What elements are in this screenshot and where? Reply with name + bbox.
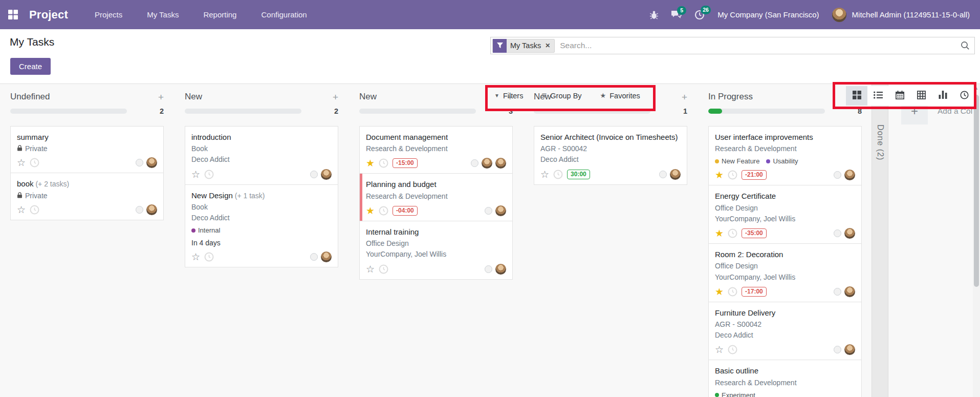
- kanban-card[interactable]: Internal trainingOffice DesignYourCompan…: [359, 221, 513, 280]
- kanban-card[interactable]: Planning and budgetResearch & Developmen…: [359, 173, 513, 221]
- favorite-star-icon[interactable]: ★: [715, 228, 724, 238]
- kanban-card[interactable]: Furniture DeliveryAGR - S00042Deco Addic…: [708, 302, 862, 361]
- activity-clock-icon[interactable]: [728, 228, 737, 238]
- filters-button[interactable]: ▼Filters: [494, 92, 523, 100]
- kanban-state-circle[interactable]: [659, 171, 667, 178]
- assignee-avatar[interactable]: [495, 205, 506, 216]
- kanban-state-circle[interactable]: [834, 346, 841, 353]
- hours-badge[interactable]: -17:00: [742, 287, 767, 297]
- favorite-star-icon[interactable]: ☆: [191, 252, 200, 262]
- kanban-card[interactable]: Room 2: DecorationOffice DesignYourCompa…: [708, 243, 862, 302]
- hours-badge[interactable]: -15:00: [393, 158, 418, 168]
- assignee-avatar[interactable]: [844, 170, 855, 180]
- kanban-state-circle[interactable]: [834, 171, 841, 179]
- kanban-state-circle[interactable]: [485, 265, 492, 273]
- activity-clock-icon[interactable]: [204, 170, 214, 179]
- assignee-avatar[interactable]: [321, 169, 332, 180]
- add-card-button[interactable]: +: [333, 92, 338, 102]
- favorite-star-icon[interactable]: ☆: [715, 345, 724, 354]
- favorite-star-icon[interactable]: ☆: [540, 170, 549, 179]
- assignee-avatar[interactable]: [495, 158, 506, 169]
- nav-menu-item-projects[interactable]: Projects: [95, 10, 122, 19]
- company-switcher[interactable]: My Company (San Francisco): [717, 10, 819, 19]
- kanban-state-circle[interactable]: [136, 159, 143, 166]
- activity-clock-icon[interactable]: [728, 287, 737, 297]
- nav-menu-item-reporting[interactable]: Reporting: [203, 10, 236, 19]
- column-progress-bar[interactable]: [10, 109, 127, 114]
- scrollbar-thumb[interactable]: [974, 95, 979, 287]
- user-avatar[interactable]: [832, 8, 846, 22]
- scroll-up-icon[interactable]: ▲: [974, 86, 978, 91]
- column-progress-bar[interactable]: [708, 109, 825, 114]
- tag-experiment[interactable]: Experiment: [715, 391, 755, 397]
- vertical-scrollbar[interactable]: ▲: [973, 84, 980, 397]
- kanban-card[interactable]: New Design (+ 1 task)BookDeco AddictInte…: [185, 184, 338, 268]
- hours-badge[interactable]: -04:00: [393, 206, 418, 216]
- add-card-button[interactable]: +: [682, 92, 687, 102]
- kanban-card[interactable]: introductionBookDeco Addict☆: [185, 126, 338, 185]
- kanban-card[interactable]: Basic outlineResearch & DevelopmentExper…: [708, 360, 862, 397]
- favorite-star-icon[interactable]: ★: [366, 158, 375, 168]
- create-button[interactable]: Create: [10, 58, 51, 75]
- kanban-state-circle[interactable]: [310, 171, 318, 178]
- assignee-avatar[interactable]: [670, 169, 681, 180]
- favorites-button[interactable]: ★Favorites: [600, 92, 640, 100]
- add-column-label[interactable]: Add a Col: [938, 107, 972, 116]
- tag-new-feature[interactable]: New Feature: [715, 157, 759, 165]
- activity-clock-icon[interactable]: [553, 170, 563, 179]
- column-progress-bar[interactable]: [185, 109, 301, 114]
- assignee-avatar[interactable]: [146, 204, 157, 215]
- hours-badge[interactable]: -21:00: [742, 170, 767, 180]
- search-icon[interactable]: [961, 41, 970, 50]
- activity-clock-icon[interactable]: [30, 205, 39, 215]
- add-card-button[interactable]: +: [158, 92, 164, 102]
- kanban-state-circle[interactable]: [471, 159, 478, 167]
- nav-menu-item-my-tasks[interactable]: My Tasks: [147, 10, 179, 19]
- activity-clock-icon[interactable]: [728, 170, 737, 180]
- user-menu[interactable]: Mitchell Admin (11249511-15-0-all): [852, 10, 970, 19]
- tag-usability[interactable]: Usability: [766, 157, 798, 165]
- list-view-button[interactable]: [867, 86, 889, 106]
- assignee-avatar[interactable]: [321, 252, 332, 262]
- kanban-view-button[interactable]: [846, 86, 867, 106]
- activity-clock-icon[interactable]: [728, 345, 737, 354]
- kanban-state-circle[interactable]: [834, 229, 841, 237]
- activity-clock-icon[interactable]: [30, 158, 39, 168]
- search-filter-chip[interactable]: My Tasks ✕: [492, 39, 555, 53]
- assignee-avatar[interactable]: [495, 264, 506, 275]
- favorite-star-icon[interactable]: ★: [715, 170, 724, 180]
- column-progress-bar[interactable]: [359, 109, 476, 114]
- kanban-card[interactable]: Energy CertificateOffice DesignYourCompa…: [708, 185, 862, 244]
- hours-badge[interactable]: -35:00: [742, 228, 767, 238]
- nav-menu-item-configuration[interactable]: Configuration: [261, 10, 307, 19]
- kanban-card[interactable]: Document managementResearch & Developmen…: [359, 126, 513, 174]
- activity-clock-icon[interactable]: [379, 206, 388, 216]
- hours-badge[interactable]: 30:00: [567, 170, 590, 179]
- app-brand[interactable]: Project: [29, 8, 68, 22]
- messages-icon[interactable]: 5: [671, 10, 682, 19]
- activity-clock-icon[interactable]: [379, 264, 388, 274]
- group-by-button[interactable]: ≡Group By: [541, 91, 581, 100]
- tag-internal[interactable]: Internal: [191, 226, 220, 234]
- kanban-card[interactable]: summaryPrivate☆: [10, 126, 164, 173]
- close-icon[interactable]: ✕: [545, 42, 554, 49]
- kanban-state-circle[interactable]: [834, 288, 841, 296]
- activity-clock-icon[interactable]: [379, 158, 388, 168]
- search-input[interactable]: My Tasks ✕ Search...: [490, 37, 975, 54]
- favorite-star-icon[interactable]: ★: [366, 206, 375, 216]
- calendar-view-button[interactable]: [889, 86, 910, 106]
- column-progress-bar[interactable]: [534, 109, 650, 114]
- graph-view-button[interactable]: [932, 86, 953, 106]
- kanban-card[interactable]: book (+ 2 tasks)Private☆: [10, 173, 164, 220]
- activity-clock-icon[interactable]: [204, 252, 214, 262]
- activity-view-button[interactable]: [953, 86, 975, 106]
- pivot-view-button[interactable]: [910, 86, 932, 106]
- favorite-star-icon[interactable]: ☆: [366, 264, 375, 274]
- favorite-star-icon[interactable]: ☆: [191, 170, 200, 179]
- apps-grid-icon[interactable]: [8, 10, 18, 19]
- assignee-avatar[interactable]: [844, 228, 855, 239]
- assignee-avatar[interactable]: [482, 158, 492, 169]
- kanban-state-circle[interactable]: [310, 253, 318, 261]
- favorite-star-icon[interactable]: ★: [715, 287, 724, 297]
- kanban-state-circle[interactable]: [485, 207, 492, 215]
